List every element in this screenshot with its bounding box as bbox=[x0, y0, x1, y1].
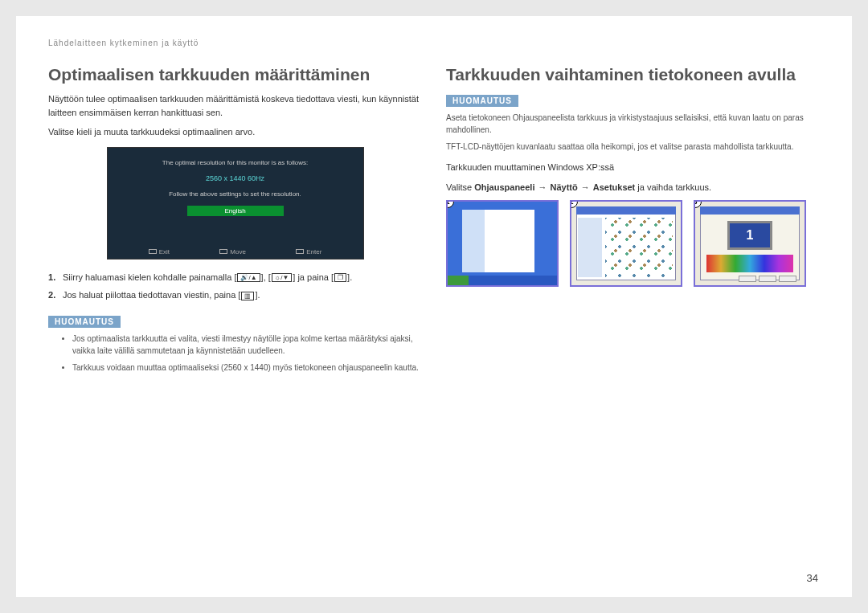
arrow-icon: → bbox=[581, 182, 590, 192]
steps-list: Siirry haluamasi kielen kohdalle painama… bbox=[48, 271, 422, 302]
start-button-icon bbox=[448, 276, 469, 285]
enter-icon bbox=[296, 249, 304, 254]
note-label-right: HUOMAUTUS bbox=[446, 95, 518, 107]
osd-exit: Exit bbox=[149, 248, 170, 255]
screenshot-row: 1 2 3 bbox=[446, 200, 820, 287]
note-label-left: HUOMAUTUS bbox=[48, 316, 121, 328]
menu-icon: ▥ bbox=[241, 292, 254, 300]
osd-line2: Follow the above settings to set the res… bbox=[116, 190, 355, 198]
brightness-down-icon: ☼/▼ bbox=[272, 273, 292, 282]
note-item-2: Tarkkuus voidaan muuttaa optimaaliseksi … bbox=[72, 362, 422, 374]
right-column: Tarkkuuden vaihtaminen tietokoneen avull… bbox=[446, 65, 820, 378]
control-panel-icons bbox=[605, 218, 673, 277]
osd-line1: The optimal resolution for this monitor … bbox=[116, 159, 355, 166]
arrow-icon: → bbox=[538, 182, 547, 192]
page-number: 34 bbox=[807, 572, 818, 584]
note-list-left: Jos optimaalista tarkkuutta ei valita, v… bbox=[48, 333, 422, 374]
osd-screenshot: The optimal resolution for this monitor … bbox=[107, 147, 364, 260]
color-bars-icon bbox=[706, 255, 793, 272]
note-body-2: TFT-LCD-näyttöjen kuvanlaatu saattaa oll… bbox=[446, 141, 820, 153]
step-1: Siirry haluamasi kielen kohdalle painama… bbox=[48, 271, 422, 284]
right-heading: Tarkkuuden vaihtaminen tietokoneen avull… bbox=[446, 65, 820, 84]
screenshot-2: 2 bbox=[570, 200, 682, 287]
path-ohjauspaneeli: Ohjauspaneeli bbox=[474, 182, 534, 192]
left-column: Optimaalisen tarkkuuden määrittäminen Nä… bbox=[48, 65, 422, 378]
osd-language: English bbox=[187, 206, 284, 216]
osd-move: Move bbox=[219, 248, 246, 255]
source-icon: ❐ bbox=[334, 273, 346, 282]
intro-text: Näyttöön tulee optimaalisen tarkkuuden m… bbox=[48, 92, 422, 119]
screenshot-1: 1 bbox=[446, 200, 559, 287]
path-naytto: Näyttö bbox=[550, 182, 577, 192]
move-icon bbox=[219, 249, 227, 254]
osd-enter: Enter bbox=[296, 248, 321, 255]
path-asetukset: Asetukset bbox=[593, 182, 636, 192]
osd-resolution: 2560 x 1440 60Hz bbox=[116, 174, 355, 182]
content-columns: Optimaalisen tarkkuuden määrittäminen Nä… bbox=[48, 65, 820, 378]
screenshot-3: 3 1 bbox=[694, 200, 806, 287]
dialog-button bbox=[759, 276, 776, 282]
dialog-button bbox=[739, 276, 756, 282]
manual-page: Lähdelaitteen kytkeminen ja käyttö Optim… bbox=[16, 16, 852, 597]
volume-up-icon: 🔊/▲ bbox=[237, 273, 260, 282]
exit-icon bbox=[149, 249, 157, 254]
path-line: Valitse Ohjauspaneeli→Näyttö→Asetukset j… bbox=[446, 182, 820, 192]
dialog-button bbox=[779, 276, 796, 282]
note-item-1: Jos optimaalista tarkkuutta ei valita, v… bbox=[72, 333, 422, 357]
monitor-icon: 1 bbox=[727, 221, 772, 250]
left-heading: Optimaalisen tarkkuuden määrittäminen bbox=[48, 65, 422, 84]
step-2: Jos haluat piilottaa tiedottavan viestin… bbox=[48, 288, 422, 302]
osd-footer: Exit Move Enter bbox=[108, 248, 363, 255]
xp-line: Tarkkuuden muuttaminen Windows XP:ssä bbox=[446, 161, 820, 174]
note-body-1: Aseta tietokoneen Ohjauspaneelista tarkk… bbox=[446, 112, 820, 136]
breadcrumb: Lähdelaitteen kytkeminen ja käyttö bbox=[48, 39, 820, 47]
select-lang-text: Valitse kieli ja muuta tarkkuudeksi opti… bbox=[48, 125, 422, 139]
